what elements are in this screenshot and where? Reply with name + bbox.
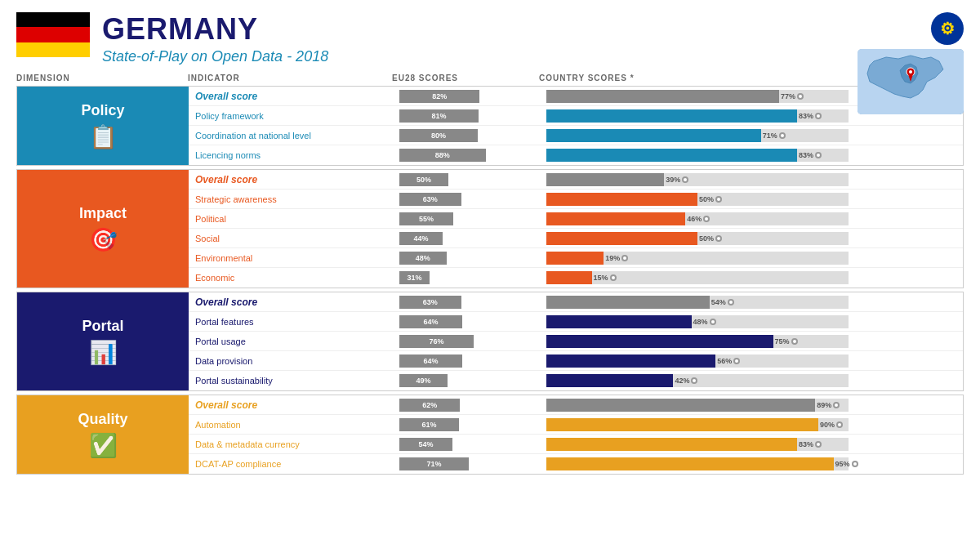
indicator-name: Economic — [189, 273, 393, 283]
country-bar-label: 48% — [693, 318, 716, 326]
country-bar-outer: 15% — [546, 271, 849, 284]
country-score-cell: 71% — [540, 129, 963, 142]
country-score-cell: 83% — [540, 149, 963, 162]
indicator-row: Overall score50%39% — [189, 170, 963, 190]
indicators-portal: Overall score63%54% Portal features64%48… — [189, 292, 963, 390]
indicator-row: Political55%46% — [189, 209, 963, 229]
eu-score-cell: 63% — [393, 296, 540, 309]
eu-bar: 76% — [399, 335, 474, 348]
country-bar-inner — [546, 418, 818, 431]
eu-bar: 71% — [399, 457, 469, 470]
country-bar-outer: 50% — [546, 232, 849, 245]
country-score-cell: 15% — [540, 271, 963, 284]
indicator-row: Environmental48%19% — [189, 248, 963, 268]
country-bar-label: 83% — [799, 151, 822, 159]
country-bar-inner — [546, 457, 834, 470]
indicator-name: Data provision — [189, 356, 393, 366]
country-score-cell: 75% — [540, 335, 963, 348]
indicator-name: Portal usage — [189, 337, 393, 346]
indicator-row: DCAT-AP compliance71%95% — [189, 454, 963, 474]
country-bar-label: 71% — [763, 132, 786, 140]
indicators-quality: Overall score62%89% Automation61%90% Dat… — [189, 395, 963, 474]
dimension-quality: Quality✅Overall score62%89% Automation61… — [16, 395, 964, 475]
country-bar-outer: 83% — [546, 438, 849, 451]
eu-bar: 50% — [399, 173, 448, 186]
country-bar-inner — [546, 438, 797, 451]
country-bar-label: 39% — [666, 176, 688, 184]
flag-black-stripe — [16, 12, 90, 27]
country-bar-label: 83% — [799, 440, 822, 448]
eu-logo-icon: ⚙ — [931, 12, 964, 45]
indicators-impact: Overall score50%39% Strategic awareness6… — [189, 170, 963, 288]
indicator-name: Policy framework — [189, 111, 393, 121]
country-bar-inner — [546, 335, 773, 348]
eu-score-cell: 62% — [393, 399, 540, 412]
svg-point-5 — [909, 70, 912, 74]
title-area: GERMANY State-of-Play on Open Data - 201… — [102, 12, 328, 65]
country-score-cell: 95% — [540, 457, 963, 470]
indicator-row: Data & metadata currency54%83% — [189, 435, 963, 454]
eu-bar: 62% — [399, 399, 460, 412]
indicator-name: Overall score — [189, 174, 393, 185]
country-bar-inner — [546, 354, 715, 368]
eu-bar: 64% — [399, 315, 462, 328]
country-bar-label: 54% — [711, 298, 734, 306]
eu-score-cell: 82% — [393, 90, 540, 103]
indicator-row: Overall score82%77% — [189, 87, 963, 106]
eu-bar: 44% — [399, 232, 443, 245]
country-bar-outer: 83% — [546, 149, 849, 162]
country-bar-outer: 48% — [546, 315, 849, 328]
country-bar-inner — [546, 109, 797, 123]
indicator-name: Social — [189, 234, 393, 243]
country-bar-label: 83% — [799, 112, 822, 120]
country-bar-inner — [546, 149, 797, 162]
eu-bar: 80% — [399, 129, 478, 142]
country-bar-inner — [546, 399, 815, 412]
country-bar-inner — [546, 252, 604, 265]
dim-icon-policy: 📋 — [89, 123, 118, 150]
indicator-row: Licencing norms88%83% — [189, 145, 963, 165]
indicator-row: Portal usage76%75% — [189, 332, 963, 351]
indicator-name: Data & metadata currency — [189, 439, 393, 449]
subtitle: State-of-Play on Open Data - 2018 — [102, 48, 328, 65]
eu-bar: 81% — [399, 109, 479, 123]
dim-label-impact: Impact — [79, 205, 127, 222]
country-bar-outer: 19% — [546, 252, 849, 265]
eu-bar: 49% — [399, 374, 448, 387]
country-bar-inner — [546, 212, 685, 225]
country-bar-inner — [546, 232, 697, 245]
dimension-policy: Policy📋Overall score82%77% Policy framew… — [16, 86, 964, 166]
eu-score-cell: 63% — [393, 193, 540, 206]
eu-bar: 63% — [399, 296, 461, 309]
dim-label-policy: Policy — [81, 102, 124, 119]
dim-cell-policy: Policy📋 — [17, 87, 189, 165]
indicator-row: Automation61%90% — [189, 415, 963, 435]
country-bar-label: 50% — [699, 195, 722, 203]
country-bar-label: 42% — [675, 377, 697, 385]
country-bar-outer: 71% — [546, 129, 849, 142]
country-score-cell: 39% — [540, 173, 963, 186]
eu-score-cell: 55% — [393, 212, 540, 225]
indicator-name: Coordination at national level — [189, 131, 393, 140]
country-bar-label: 50% — [699, 234, 722, 243]
logo-area: ⚙ — [858, 12, 964, 114]
country-bar-inner — [546, 315, 692, 328]
eu-bar: 88% — [399, 149, 486, 162]
country-bar-inner — [546, 374, 673, 387]
eu-score-cell: 81% — [393, 109, 540, 123]
country-score-cell: 42% — [540, 374, 963, 387]
country-bar-label: 46% — [687, 215, 710, 223]
eu-score-cell: 48% — [393, 252, 540, 265]
indicator-name: Automation — [189, 420, 393, 430]
page: GERMANY State-of-Play on Open Data - 201… — [0, 0, 980, 544]
dim-label-portal: Portal — [82, 318, 123, 335]
country-bar-outer: 75% — [546, 335, 849, 348]
indicator-row: Policy framework81%83% — [189, 106, 963, 126]
indicator-row: Economic31%15% — [189, 268, 963, 288]
eu-score-cell: 49% — [393, 374, 540, 387]
country-bar-outer: 54% — [546, 296, 849, 309]
eu-score-cell: 64% — [393, 315, 540, 328]
eu-score-cell: 76% — [393, 335, 540, 348]
indicator-row: Overall score62%89% — [189, 395, 963, 415]
header: GERMANY State-of-Play on Open Data - 201… — [16, 12, 964, 65]
